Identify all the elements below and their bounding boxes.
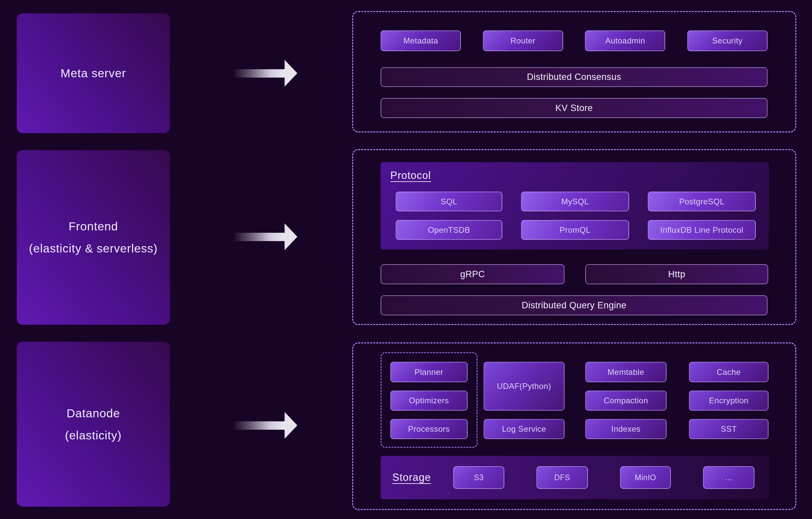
node-router: Router <box>483 30 563 51</box>
node-planner: Planner <box>390 362 467 382</box>
frontend-box: Frontend (elasticity & serverless) <box>17 150 170 325</box>
node-s3: S3 <box>453 466 504 489</box>
node-distributed-query-engine: Distributed Query Engine <box>381 295 767 315</box>
node-udaf-python: UDAF(Python) <box>484 362 564 411</box>
arrow-shaft <box>233 69 286 78</box>
storage-panel: Storage S3 DFS MinIO ... <box>381 456 769 499</box>
node-sql: SQL <box>396 192 502 211</box>
query-subsystem-box: Planner Optimizers Processors <box>381 352 477 448</box>
node-optimizers: Optimizers <box>390 391 467 411</box>
datanode-section: Planner Optimizers Processors UDAF(Pytho… <box>352 342 796 510</box>
node-security: Security <box>687 30 767 51</box>
datanode-box: Datanode (elasticity) <box>17 342 170 507</box>
arrow-shaft <box>233 233 286 241</box>
arrow-head <box>285 223 297 250</box>
frontend-label: Frontend <box>68 220 118 233</box>
datanode-sublabel: (elasticity) <box>65 429 122 442</box>
node-metadata: Metadata <box>381 30 461 51</box>
protocol-grid: SQL MySQL PostgreSQL OpenTSDB PromQL Inf… <box>396 192 756 240</box>
node-sst: SST <box>689 419 768 439</box>
node-grpc: gRPC <box>381 264 564 284</box>
node-indexes: Indexes <box>585 419 667 439</box>
node-opentsdb: OpenTSDB <box>396 220 502 240</box>
arrow-right-icon <box>233 223 297 250</box>
architecture-diagram: Meta server Frontend (elasticity & serve… <box>0 0 812 519</box>
node-memtable: Memtable <box>585 362 667 382</box>
node-cache: Cache <box>689 362 768 382</box>
arrow-shaft <box>233 421 286 430</box>
arrow-right-icon <box>233 60 297 87</box>
storage-title: Storage <box>392 471 431 484</box>
node-encryption: Encryption <box>689 391 768 411</box>
meta-server-label: Meta server <box>61 66 126 80</box>
node-promql: PromQL <box>521 220 629 240</box>
frontend-sublabel: (elasticity & serverless) <box>29 242 158 255</box>
node-postgresql: PostgreSQL <box>648 192 756 211</box>
node-log-service: Log Service <box>484 419 564 439</box>
node-distributed-consensus: Distributed Consensus <box>381 67 767 87</box>
node-processors: Processors <box>390 419 467 439</box>
node-influxdb-line-protocol: InfluxDB Line Protocol <box>648 220 756 240</box>
meta-server-section: Metadata Router Autoadmin Security Distr… <box>352 11 796 133</box>
node-http: Http <box>585 264 768 284</box>
meta-chip-row: Metadata Router Autoadmin Security <box>381 30 767 51</box>
node-kv-store: KV Store <box>381 98 767 118</box>
datanode-label: Datanode <box>66 407 120 420</box>
node-compaction: Compaction <box>585 391 667 411</box>
arrow-right-icon <box>233 412 297 439</box>
node-dfs: DFS <box>536 466 588 489</box>
arrow-head <box>285 60 297 87</box>
node-storage-other: ... <box>703 466 754 489</box>
meta-server-box: Meta server <box>17 13 170 133</box>
frontend-section: Protocol SQL MySQL PostgreSQL OpenTSDB P… <box>352 149 796 325</box>
arrow-head <box>285 412 297 439</box>
node-minio: MinIO <box>620 466 671 489</box>
protocol-title: Protocol <box>390 170 431 181</box>
node-autoadmin: Autoadmin <box>585 30 665 51</box>
protocol-panel: Protocol SQL MySQL PostgreSQL OpenTSDB P… <box>381 162 769 250</box>
node-mysql: MySQL <box>521 192 629 211</box>
